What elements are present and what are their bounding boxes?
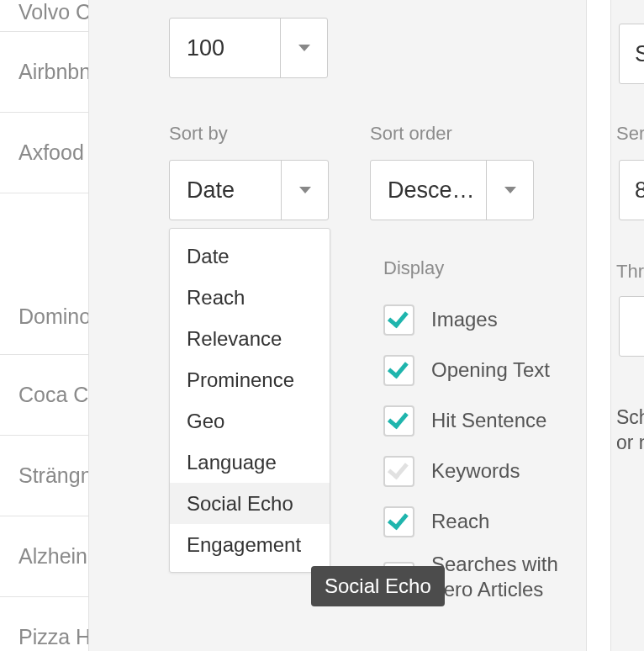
sort-by-select[interactable]: Date	[169, 160, 329, 220]
settings-panel: 100 Sort by Date Sort order Desce… Date …	[88, 0, 587, 651]
dropdown-item-engagement[interactable]: Engagement	[170, 524, 330, 565]
checkbox-label: Images	[431, 307, 498, 332]
right-text-1: Sch	[616, 404, 644, 431]
sidebar-item-label: Volvo C	[18, 0, 91, 24]
checkbox-label: Reach	[431, 509, 489, 534]
sidebar-item-label: Airbnbn	[18, 60, 91, 84]
checkbox-opening-text[interactable]	[383, 355, 414, 386]
checkbox-reach[interactable]	[383, 506, 414, 537]
checkbox-images[interactable]	[383, 304, 414, 336]
sidebar-item-label: Axfood	[18, 140, 84, 165]
chevron-down-icon	[281, 161, 328, 220]
right-label-2: Ser	[616, 123, 644, 145]
dropdown-item-reach[interactable]: Reach	[170, 277, 330, 318]
dropdown-item-prominence[interactable]: Prominence	[170, 359, 330, 400]
sort-order-value: Desce…	[371, 161, 486, 220]
sort-by-dropdown: Date Reach Relevance Prominence Geo Lang…	[169, 228, 330, 573]
check-icon	[387, 458, 408, 479]
checkbox-label: Opening Text	[431, 357, 550, 383]
right-input-value: S	[635, 41, 644, 67]
check-icon	[387, 508, 408, 530]
sort-by-label: Sort by	[169, 123, 329, 145]
check-icon	[387, 407, 408, 429]
right-text-2: or n	[616, 429, 644, 456]
display-label: Display	[383, 257, 581, 279]
dropdown-item-geo[interactable]: Geo	[170, 400, 330, 442]
check-icon	[387, 357, 408, 378]
dropdown-item-social-echo[interactable]: Social Echo	[170, 483, 330, 524]
dropdown-item-language[interactable]: Language	[170, 442, 330, 483]
checkbox-label: Keywords	[431, 458, 520, 484]
dropdown-item-date[interactable]: Date	[170, 236, 330, 277]
checkbox-hit-sentence[interactable]	[383, 405, 414, 437]
right-column: S Ser 8 Thr Sch or n	[610, 0, 644, 651]
sort-order-label: Sort order	[370, 123, 534, 145]
right-input-1[interactable]: S	[619, 24, 644, 84]
tooltip: Social Echo	[311, 566, 445, 606]
chevron-down-icon	[280, 19, 327, 77]
sidebar-item-label: Strängn	[18, 463, 92, 488]
checkbox-label: Searches with Zero Articles	[431, 552, 581, 602]
right-input-2[interactable]: 8	[619, 160, 644, 220]
checkbox-keywords[interactable]	[383, 456, 414, 487]
chevron-down-icon	[486, 161, 533, 220]
limit-select[interactable]: 100	[169, 18, 328, 78]
sidebar-item-label: Alzhein	[18, 544, 87, 569]
right-label-3: Thr	[616, 261, 644, 283]
sidebar-item-label: Domino	[18, 304, 91, 329]
sidebar-item-label: Pizza H	[18, 625, 91, 649]
right-input-value: 8	[635, 177, 644, 204]
check-icon	[387, 306, 408, 328]
sort-order-select[interactable]: Desce…	[370, 160, 534, 220]
sort-by-value: Date	[170, 161, 281, 220]
sidebar-item-label: Coca C	[18, 383, 88, 407]
limit-value: 100	[170, 19, 280, 77]
right-input-3[interactable]	[619, 296, 644, 357]
checkbox-label: Hit Sentence	[431, 408, 546, 433]
dropdown-item-relevance[interactable]: Relevance	[170, 318, 330, 359]
